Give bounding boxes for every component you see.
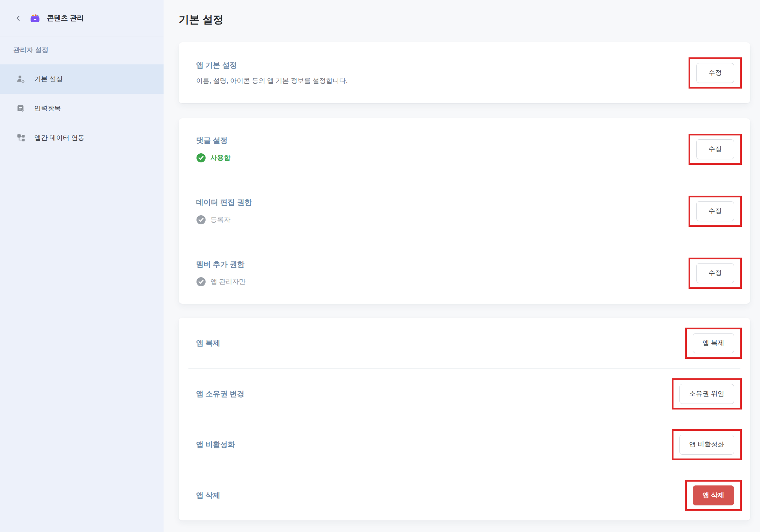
sidebar: 콘텐츠 관리 관리자 설정 [0,0,164,532]
card-app-basic-settings: 앱 기본 설정 이름, 설명, 아이콘 등의 앱 기본 정보를 설정합니다. 수… [179,42,750,103]
row-title: 앱 복제 [196,338,220,348]
edit-member-add-permission-button[interactable]: 수정 [696,263,734,283]
chevron-left-icon [15,15,21,21]
status-text: 앱 관리자만 [210,277,246,286]
sidebar-item-data-link[interactable]: 앱간 데이터 연동 [0,123,164,153]
main-content: 기본 설정 앱 기본 설정 이름, 설명, 아이콘 등의 앱 기본 정보를 설정… [164,0,760,532]
row-title: 앱 비활성화 [196,440,235,449]
row-comment-settings: 댓글 설정 사용함 수정 [179,118,750,180]
row-app-delete: 앱 삭제 앱 삭제 [179,470,750,520]
check-circle-gray-icon [196,215,206,225]
app-deactivate-button[interactable]: 앱 비활성화 [679,435,734,455]
edit-data-edit-permission-button[interactable]: 수정 [696,201,734,221]
edit-app-basic-button[interactable]: 수정 [696,63,734,83]
annotation-box: 수정 [689,196,742,227]
card-app-actions: 앱 복제 앱 복제 앱 소유권 변경 소유권 위임 앱 비활성화 앱 비활성화 [179,318,750,520]
annotation-box: 앱 복제 [685,328,742,359]
page-title: 기본 설정 [179,13,760,27]
sidebar-nav: 기본 설정 입력항목 앱간 데이터 연 [0,64,164,153]
status-text: 등록자 [210,215,230,224]
document-edit-icon [16,104,26,113]
edit-comment-settings-button[interactable]: 수정 [696,139,734,159]
sidebar-header: 콘텐츠 관리 [0,0,164,36]
status-text: 사용함 [210,153,230,162]
row-member-add-permission: 멤버 추가 권한 앱 관리자만 수정 [179,242,750,304]
app-settings-page: 콘텐츠 관리 관리자 설정 [0,0,760,532]
row-app-ownership-change: 앱 소유권 변경 소유권 위임 [179,369,750,419]
sidebar-item-basic-settings[interactable]: 기본 설정 [0,64,164,94]
row-text-block: 댓글 설정 사용함 [196,135,230,163]
annotation-box: 앱 삭제 [685,480,742,511]
row-title: 댓글 설정 [196,135,230,145]
app-duplicate-button[interactable]: 앱 복제 [693,333,734,353]
sidebar-section-label: 관리자 설정 [13,46,164,55]
row-text-block: 멤버 추가 권한 앱 관리자만 [196,259,246,287]
app-delete-button[interactable]: 앱 삭제 [693,485,734,505]
status-badge: 사용함 [196,153,230,163]
back-button[interactable] [13,13,23,23]
annotation-box: 소유권 위임 [672,378,742,410]
card-title: 앱 기본 설정 [196,60,348,70]
check-circle-gray-icon [196,277,206,287]
row-app-deactivate: 앱 비활성화 앱 비활성화 [179,419,750,470]
toolbox-icon [29,13,41,24]
status-badge: 등록자 [196,215,252,225]
delegate-ownership-button[interactable]: 소유권 위임 [679,384,734,404]
row-title: 데이터 편집 권한 [196,197,252,207]
row-title: 멤버 추가 권한 [196,259,246,269]
sidebar-app-title: 콘텐츠 관리 [47,13,84,23]
row-title: 앱 소유권 변경 [196,389,244,399]
sidebar-item-label: 앱간 데이터 연동 [34,133,85,142]
card-description: 이름, 설명, 아이콘 등의 앱 기본 정보를 설정합니다. [196,76,348,85]
sidebar-item-label: 기본 설정 [34,75,63,84]
annotation-box: 수정 [689,258,742,289]
person-gear-icon [16,74,26,84]
data-link-icon [16,133,26,143]
annotation-box: 수정 [689,57,742,89]
sidebar-item-label: 입력항목 [34,104,61,113]
card-permission-settings: 댓글 설정 사용함 수정 데이터 편집 권한 [179,118,750,304]
row-text-block: 데이터 편집 권한 등록자 [196,197,252,225]
check-circle-green-icon [196,153,206,163]
annotation-box: 앱 비활성화 [672,429,742,460]
annotation-box: 수정 [689,134,742,165]
sidebar-item-input-fields[interactable]: 입력항목 [0,94,164,123]
row-app-duplicate: 앱 복제 앱 복제 [179,318,750,368]
status-badge: 앱 관리자만 [196,277,246,287]
card-text-block: 앱 기본 설정 이름, 설명, 아이콘 등의 앱 기본 정보를 설정합니다. [196,60,348,85]
row-title: 앱 삭제 [196,490,220,500]
row-data-edit-permission: 데이터 편집 권한 등록자 수정 [179,180,750,242]
